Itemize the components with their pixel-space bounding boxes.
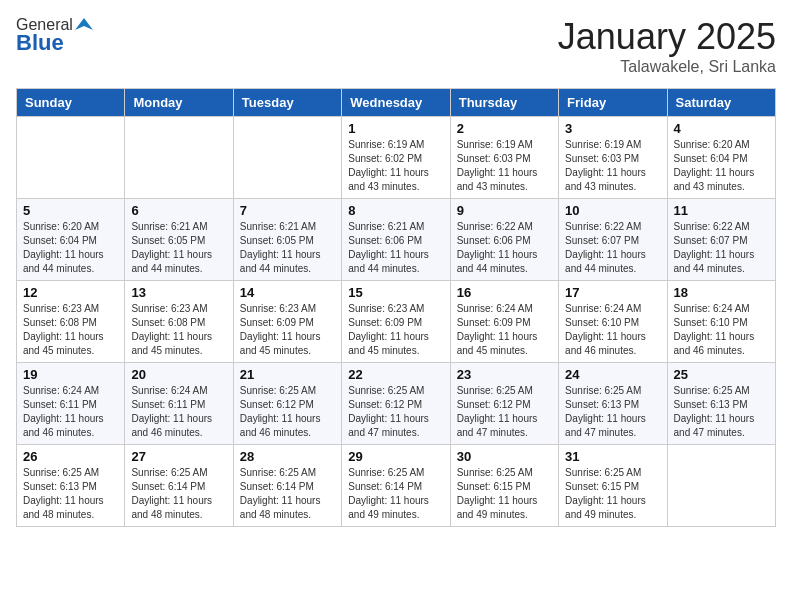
calendar-cell: 8Sunrise: 6:21 AM Sunset: 6:06 PM Daylig… — [342, 199, 450, 281]
month-title: January 2025 — [558, 16, 776, 58]
day-info: Sunrise: 6:24 AM Sunset: 6:10 PM Dayligh… — [674, 302, 769, 358]
day-info: Sunrise: 6:23 AM Sunset: 6:08 PM Dayligh… — [23, 302, 118, 358]
calendar-cell: 21Sunrise: 6:25 AM Sunset: 6:12 PM Dayli… — [233, 363, 341, 445]
day-info: Sunrise: 6:19 AM Sunset: 6:02 PM Dayligh… — [348, 138, 443, 194]
day-number: 30 — [457, 449, 552, 464]
calendar-cell — [125, 117, 233, 199]
calendar-cell: 14Sunrise: 6:23 AM Sunset: 6:09 PM Dayli… — [233, 281, 341, 363]
calendar-cell: 17Sunrise: 6:24 AM Sunset: 6:10 PM Dayli… — [559, 281, 667, 363]
day-number: 21 — [240, 367, 335, 382]
day-info: Sunrise: 6:25 AM Sunset: 6:14 PM Dayligh… — [240, 466, 335, 522]
day-number: 11 — [674, 203, 769, 218]
week-row-3: 12Sunrise: 6:23 AM Sunset: 6:08 PM Dayli… — [17, 281, 776, 363]
calendar-cell: 20Sunrise: 6:24 AM Sunset: 6:11 PM Dayli… — [125, 363, 233, 445]
location-text: Talawakele, Sri Lanka — [558, 58, 776, 76]
calendar-cell: 3Sunrise: 6:19 AM Sunset: 6:03 PM Daylig… — [559, 117, 667, 199]
day-number: 7 — [240, 203, 335, 218]
week-row-5: 26Sunrise: 6:25 AM Sunset: 6:13 PM Dayli… — [17, 445, 776, 527]
day-number: 8 — [348, 203, 443, 218]
week-row-1: 1Sunrise: 6:19 AM Sunset: 6:02 PM Daylig… — [17, 117, 776, 199]
calendar-cell: 16Sunrise: 6:24 AM Sunset: 6:09 PM Dayli… — [450, 281, 558, 363]
calendar-cell: 5Sunrise: 6:20 AM Sunset: 6:04 PM Daylig… — [17, 199, 125, 281]
day-number: 3 — [565, 121, 660, 136]
day-info: Sunrise: 6:22 AM Sunset: 6:06 PM Dayligh… — [457, 220, 552, 276]
week-row-4: 19Sunrise: 6:24 AM Sunset: 6:11 PM Dayli… — [17, 363, 776, 445]
day-info: Sunrise: 6:22 AM Sunset: 6:07 PM Dayligh… — [674, 220, 769, 276]
day-number: 25 — [674, 367, 769, 382]
day-number: 10 — [565, 203, 660, 218]
calendar-cell: 2Sunrise: 6:19 AM Sunset: 6:03 PM Daylig… — [450, 117, 558, 199]
day-info: Sunrise: 6:25 AM Sunset: 6:14 PM Dayligh… — [131, 466, 226, 522]
calendar-cell — [667, 445, 775, 527]
day-info: Sunrise: 6:25 AM Sunset: 6:12 PM Dayligh… — [240, 384, 335, 440]
day-number: 31 — [565, 449, 660, 464]
calendar-cell: 27Sunrise: 6:25 AM Sunset: 6:14 PM Dayli… — [125, 445, 233, 527]
day-number: 23 — [457, 367, 552, 382]
day-info: Sunrise: 6:25 AM Sunset: 6:15 PM Dayligh… — [565, 466, 660, 522]
calendar-cell: 12Sunrise: 6:23 AM Sunset: 6:08 PM Dayli… — [17, 281, 125, 363]
day-info: Sunrise: 6:23 AM Sunset: 6:09 PM Dayligh… — [348, 302, 443, 358]
calendar-cell: 10Sunrise: 6:22 AM Sunset: 6:07 PM Dayli… — [559, 199, 667, 281]
day-info: Sunrise: 6:25 AM Sunset: 6:13 PM Dayligh… — [23, 466, 118, 522]
day-number: 16 — [457, 285, 552, 300]
day-number: 14 — [240, 285, 335, 300]
calendar-cell: 28Sunrise: 6:25 AM Sunset: 6:14 PM Dayli… — [233, 445, 341, 527]
day-info: Sunrise: 6:21 AM Sunset: 6:05 PM Dayligh… — [240, 220, 335, 276]
weekday-header-monday: Monday — [125, 89, 233, 117]
day-number: 13 — [131, 285, 226, 300]
weekday-header-row: SundayMondayTuesdayWednesdayThursdayFrid… — [17, 89, 776, 117]
day-info: Sunrise: 6:25 AM Sunset: 6:12 PM Dayligh… — [348, 384, 443, 440]
calendar-cell: 7Sunrise: 6:21 AM Sunset: 6:05 PM Daylig… — [233, 199, 341, 281]
day-info: Sunrise: 6:25 AM Sunset: 6:14 PM Dayligh… — [348, 466, 443, 522]
calendar-cell: 4Sunrise: 6:20 AM Sunset: 6:04 PM Daylig… — [667, 117, 775, 199]
day-info: Sunrise: 6:25 AM Sunset: 6:13 PM Dayligh… — [565, 384, 660, 440]
day-number: 6 — [131, 203, 226, 218]
day-info: Sunrise: 6:23 AM Sunset: 6:09 PM Dayligh… — [240, 302, 335, 358]
calendar-cell: 31Sunrise: 6:25 AM Sunset: 6:15 PM Dayli… — [559, 445, 667, 527]
day-number: 19 — [23, 367, 118, 382]
day-info: Sunrise: 6:24 AM Sunset: 6:11 PM Dayligh… — [131, 384, 226, 440]
logo: General Blue — [16, 16, 93, 56]
day-number: 12 — [23, 285, 118, 300]
day-info: Sunrise: 6:24 AM Sunset: 6:11 PM Dayligh… — [23, 384, 118, 440]
day-info: Sunrise: 6:24 AM Sunset: 6:09 PM Dayligh… — [457, 302, 552, 358]
day-number: 2 — [457, 121, 552, 136]
calendar-cell: 26Sunrise: 6:25 AM Sunset: 6:13 PM Dayli… — [17, 445, 125, 527]
day-number: 29 — [348, 449, 443, 464]
calendar-cell: 30Sunrise: 6:25 AM Sunset: 6:15 PM Dayli… — [450, 445, 558, 527]
weekday-header-sunday: Sunday — [17, 89, 125, 117]
logo-blue-text: Blue — [16, 30, 64, 56]
day-number: 22 — [348, 367, 443, 382]
day-number: 28 — [240, 449, 335, 464]
day-number: 27 — [131, 449, 226, 464]
calendar-cell: 1Sunrise: 6:19 AM Sunset: 6:02 PM Daylig… — [342, 117, 450, 199]
day-number: 9 — [457, 203, 552, 218]
day-number: 17 — [565, 285, 660, 300]
day-info: Sunrise: 6:23 AM Sunset: 6:08 PM Dayligh… — [131, 302, 226, 358]
calendar-cell: 22Sunrise: 6:25 AM Sunset: 6:12 PM Dayli… — [342, 363, 450, 445]
day-info: Sunrise: 6:25 AM Sunset: 6:13 PM Dayligh… — [674, 384, 769, 440]
weekday-header-saturday: Saturday — [667, 89, 775, 117]
svg-marker-0 — [75, 18, 93, 30]
day-info: Sunrise: 6:19 AM Sunset: 6:03 PM Dayligh… — [457, 138, 552, 194]
weekday-header-wednesday: Wednesday — [342, 89, 450, 117]
calendar-cell: 15Sunrise: 6:23 AM Sunset: 6:09 PM Dayli… — [342, 281, 450, 363]
day-number: 1 — [348, 121, 443, 136]
calendar-cell: 23Sunrise: 6:25 AM Sunset: 6:12 PM Dayli… — [450, 363, 558, 445]
day-info: Sunrise: 6:19 AM Sunset: 6:03 PM Dayligh… — [565, 138, 660, 194]
calendar-table: SundayMondayTuesdayWednesdayThursdayFrid… — [16, 88, 776, 527]
calendar-cell: 25Sunrise: 6:25 AM Sunset: 6:13 PM Dayli… — [667, 363, 775, 445]
calendar-cell: 24Sunrise: 6:25 AM Sunset: 6:13 PM Dayli… — [559, 363, 667, 445]
day-info: Sunrise: 6:22 AM Sunset: 6:07 PM Dayligh… — [565, 220, 660, 276]
logo-bird-icon — [75, 16, 93, 34]
day-info: Sunrise: 6:21 AM Sunset: 6:06 PM Dayligh… — [348, 220, 443, 276]
day-number: 20 — [131, 367, 226, 382]
page-header: General Blue January 2025 Talawakele, Sr… — [16, 16, 776, 76]
calendar-cell: 19Sunrise: 6:24 AM Sunset: 6:11 PM Dayli… — [17, 363, 125, 445]
day-number: 15 — [348, 285, 443, 300]
day-info: Sunrise: 6:20 AM Sunset: 6:04 PM Dayligh… — [674, 138, 769, 194]
weekday-header-friday: Friday — [559, 89, 667, 117]
weekday-header-thursday: Thursday — [450, 89, 558, 117]
calendar-cell: 29Sunrise: 6:25 AM Sunset: 6:14 PM Dayli… — [342, 445, 450, 527]
calendar-cell — [17, 117, 125, 199]
